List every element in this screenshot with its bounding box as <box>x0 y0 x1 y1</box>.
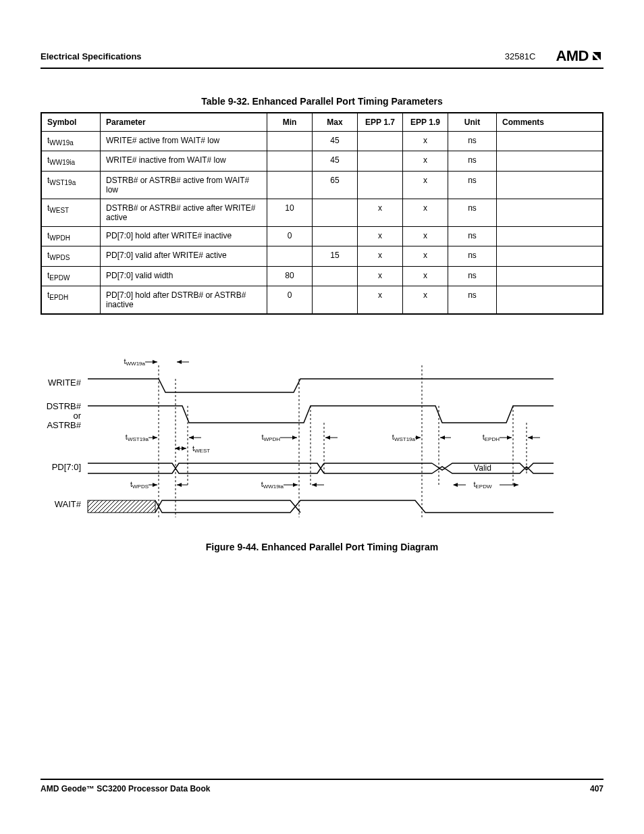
cell-epp17: x <box>358 286 403 314</box>
cell-max <box>313 226 358 246</box>
cell-max: 45 <box>313 132 358 151</box>
cell-unit: ns <box>448 266 497 286</box>
svg-rect-10 <box>88 500 155 513</box>
cell-min: 80 <box>267 266 313 286</box>
cell-epp17: x <box>358 246 403 266</box>
cell-unit: ns <box>448 171 497 199</box>
cell-epp19: x <box>403 266 448 286</box>
cell-comments <box>497 132 603 151</box>
cell-symbol: tEPDH <box>41 286 101 314</box>
table-caption: Table 9-32. Enhanced Parallel Port Timin… <box>41 96 603 107</box>
cell-epp17: x <box>358 199 403 226</box>
sig-astrb: ASTRB# <box>47 420 81 430</box>
th-symbol: Symbol <box>41 113 101 132</box>
table-row: tWESTDSTRB# or ASTRB# active after WRITE… <box>41 199 603 226</box>
lbl-tepdh: tEPDH <box>483 433 500 442</box>
th-epp19: EPP 1.9 <box>403 113 448 132</box>
cell-unit: ns <box>448 132 497 151</box>
cell-epp17 <box>358 132 403 151</box>
sig-dstrb: DSTRB# <box>47 401 82 411</box>
cell-max <box>313 199 358 226</box>
sig-or: or <box>73 411 81 421</box>
cell-max: 45 <box>313 151 358 171</box>
amd-logo: AMD <box>556 47 603 65</box>
cell-symbol: tEPDW <box>41 266 101 286</box>
footer-page-number: 407 <box>590 784 603 793</box>
lbl-tww19ia: tWW19ia <box>261 480 284 490</box>
cell-epp17: x <box>358 266 403 286</box>
table-row: tWW19iaWRITE# inactive from WAIT# low45x… <box>41 151 603 171</box>
cell-parameter: PD[7:0] valid width <box>101 266 267 286</box>
cell-epp19: x <box>403 246 448 266</box>
cell-unit: ns <box>448 151 497 171</box>
lbl-twpdh: tWPDH <box>261 433 280 442</box>
cell-comments <box>497 199 603 226</box>
cell-max: 65 <box>313 171 358 199</box>
cell-symbol: tWW19a <box>41 132 101 151</box>
pd-valid-label: Valid <box>474 463 491 473</box>
cell-parameter: PD[7:0] hold after DSTRB# or ASTRB# inac… <box>101 286 267 314</box>
cell-unit: ns <box>448 226 497 246</box>
cell-symbol: tWST19a <box>41 171 101 199</box>
cell-min: 0 <box>267 226 313 246</box>
doc-number: 32581C <box>505 51 536 61</box>
table-row: tWW19aWRITE# active from WAIT# low45xns <box>41 132 603 151</box>
cell-min: 0 <box>267 286 313 314</box>
cell-parameter: DSTRB# or ASTRB# active after WRITE# act… <box>101 199 267 226</box>
cell-max <box>313 266 358 286</box>
cell-comments <box>497 171 603 199</box>
cell-epp19: x <box>403 171 448 199</box>
cell-comments <box>497 266 603 286</box>
th-max: Max <box>313 113 358 132</box>
cell-max <box>313 286 358 314</box>
lbl-tww19a: tWW19a <box>124 357 145 367</box>
th-epp17: EPP 1.7 <box>358 113 403 132</box>
table-header-row: Symbol Parameter Min Max EPP 1.7 EPP 1.9… <box>41 113 603 132</box>
amd-arrow-icon <box>590 49 603 63</box>
cell-epp17: x <box>358 226 403 246</box>
timing-diagram: WRITE# DSTRB# or ASTRB# PD[7:0] WAIT# <box>41 352 603 529</box>
th-comments: Comments <box>497 113 603 132</box>
sig-pd: PD[7:0] <box>52 462 81 472</box>
cell-min <box>267 246 313 266</box>
section-title: Electrical Specifications <box>41 51 142 61</box>
figure-caption: Figure 9-44. Enhanced Parallel Port Timi… <box>41 542 603 552</box>
th-parameter: Parameter <box>101 113 267 132</box>
cell-parameter: PD[7:0] hold after WRITE# inactive <box>101 226 267 246</box>
sig-write: WRITE# <box>48 377 82 388</box>
th-min: Min <box>267 113 313 132</box>
cell-max: 15 <box>313 246 358 266</box>
cell-parameter: DSTRB# or ASTRB# active from WAIT# low <box>101 171 267 199</box>
cell-unit: ns <box>448 286 497 314</box>
page-footer: AMD Geode™ SC3200 Processor Data Book 40… <box>41 779 603 793</box>
cell-comments <box>497 286 603 314</box>
lbl-twst19a-1: tWST19a <box>126 433 149 442</box>
table-row: tWPDHPD[7:0] hold after WRITE# inactive0… <box>41 226 603 246</box>
sig-wait: WAIT# <box>55 499 82 509</box>
cell-epp19: x <box>403 226 448 246</box>
cell-epp19: x <box>403 199 448 226</box>
cell-parameter: PD[7:0] valid after WRITE# active <box>101 246 267 266</box>
cell-symbol: tWEST <box>41 199 101 226</box>
lbl-twest: tWEST <box>192 444 210 454</box>
cell-parameter: WRITE# active from WAIT# low <box>101 132 267 151</box>
footer-book-title: AMD Geode™ SC3200 Processor Data Book <box>41 784 210 793</box>
cell-symbol: tWW19ia <box>41 151 101 171</box>
cell-min <box>267 171 313 199</box>
table-row: tWPDSPD[7:0] valid after WRITE# active15… <box>41 246 603 266</box>
cell-min: 10 <box>267 199 313 226</box>
cell-epp19: x <box>403 286 448 314</box>
cell-symbol: tWPDH <box>41 226 101 246</box>
timing-diagram-svg: WRITE# DSTRB# or ASTRB# PD[7:0] WAIT# <box>41 352 554 527</box>
cell-comments <box>497 226 603 246</box>
cell-epp19: x <box>403 151 448 171</box>
cell-symbol: tWPDS <box>41 246 101 266</box>
cell-min <box>267 151 313 171</box>
timing-parameters-table: Symbol Parameter Min Max EPP 1.7 EPP 1.9… <box>41 112 603 315</box>
cell-comments <box>497 246 603 266</box>
cell-epp17 <box>358 171 403 199</box>
th-unit: Unit <box>448 113 497 132</box>
cell-epp17 <box>358 151 403 171</box>
cell-epp19: x <box>403 132 448 151</box>
lbl-twst19a-2: tWST19a <box>392 433 416 442</box>
